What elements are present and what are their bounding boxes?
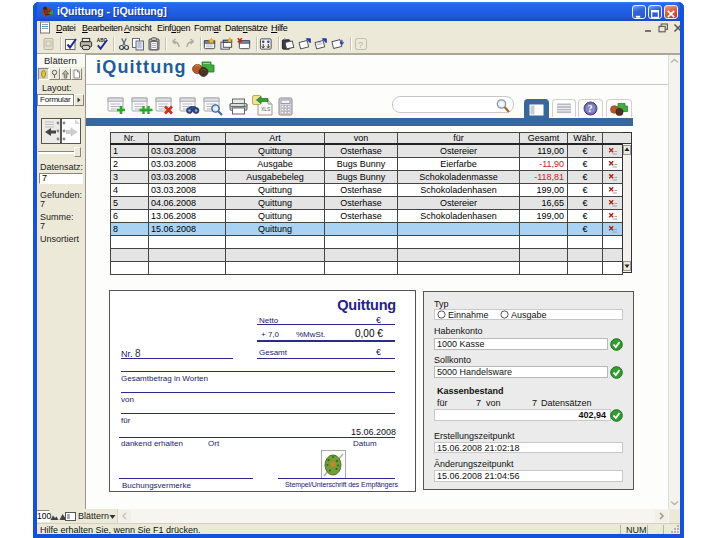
svg-text:XLS: XLS <box>261 106 271 112</box>
svg-text:?: ? <box>588 104 593 114</box>
svg-text:?: ? <box>358 40 363 50</box>
